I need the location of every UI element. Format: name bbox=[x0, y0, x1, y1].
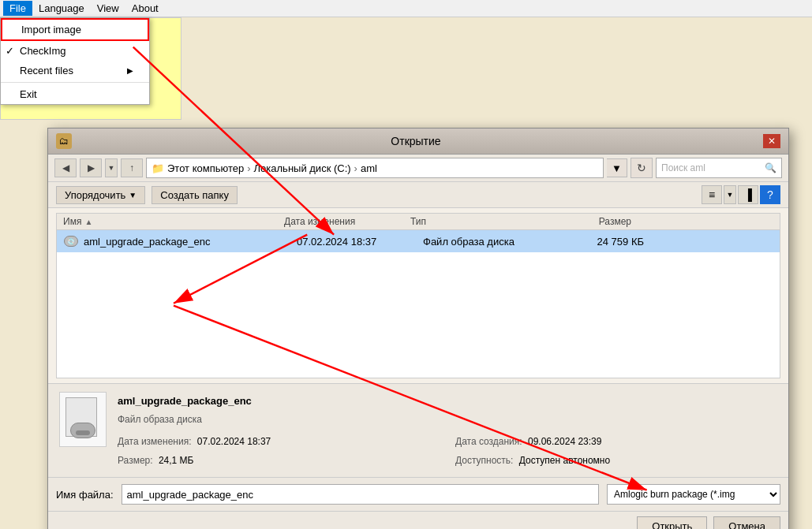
file-row[interactable]: 💿 aml_upgrade_package_enc 07.02.2024 18:… bbox=[57, 230, 780, 252]
menu-file[interactable]: File bbox=[3, 1, 32, 16]
disk-icon: 💿 bbox=[64, 236, 78, 247]
dialog-action-buttons: Открыть Отмена bbox=[48, 511, 788, 529]
file-type-icon: 💿 bbox=[63, 233, 79, 249]
dialog-bottom-bar: Имя файла: Amlogic burn package (*.img bbox=[48, 477, 788, 511]
menu-separator bbox=[1, 82, 149, 83]
path-dropdown-button[interactable]: ▼ bbox=[607, 158, 627, 177]
file-type-cell: Файл образа диска bbox=[423, 236, 549, 248]
path-sep-2: › bbox=[354, 162, 357, 174]
search-placeholder: Поиск aml bbox=[661, 162, 705, 173]
file-preview-area: aml_upgrade_package_enc Файл образа диск… bbox=[48, 383, 788, 477]
open-button[interactable]: Открыть bbox=[637, 516, 707, 529]
view-panel-button[interactable]: ▐ bbox=[738, 185, 758, 204]
menu-recent-files[interactable]: Recent files ▶ bbox=[1, 61, 149, 80]
filename-input[interactable] bbox=[122, 484, 599, 505]
size-label-cell: Размер: 24,1 МБ bbox=[118, 453, 440, 470]
path-part-2[interactable]: Локальный диск (C:) bbox=[254, 162, 351, 174]
menu-about[interactable]: About bbox=[125, 1, 165, 16]
file-list: Имя ▲ Дата изменения Тип Размер 💿 aml_up… bbox=[56, 213, 780, 378]
cancel-button[interactable]: Отмена bbox=[713, 516, 780, 529]
dialog-titlebar: 🗂 Открытие ✕ bbox=[48, 129, 788, 155]
menu-view[interactable]: View bbox=[91, 1, 125, 16]
open-file-dialog: 🗂 Открытие ✕ ◀ ▶ ▼ ↑ 📁 Этот компьютер › … bbox=[47, 128, 789, 529]
refresh-button[interactable]: ↻ bbox=[631, 158, 653, 178]
file-dropdown-menu: Import image CheckImg Recent files ▶ Exi… bbox=[0, 17, 150, 105]
filetype-select[interactable]: Amlogic burn package (*.img bbox=[607, 484, 780, 505]
search-icon: 🔍 bbox=[765, 162, 776, 173]
organize-arrow: ▼ bbox=[129, 191, 137, 199]
search-box[interactable]: Поиск aml 🔍 bbox=[656, 158, 782, 178]
menu-import-image[interactable]: Import image bbox=[1, 18, 149, 41]
path-folder-icon: 📁 bbox=[152, 162, 164, 174]
dialog-title: Открытие bbox=[72, 135, 760, 147]
path-sep-1: › bbox=[247, 162, 250, 174]
nav-dropdown-button[interactable]: ▼ bbox=[105, 158, 118, 177]
menu-language[interactable]: Language bbox=[32, 1, 91, 16]
dialog-close-button[interactable]: ✕ bbox=[763, 134, 780, 148]
modified-label-cell: Дата изменения: 07.02.2024 18:37 bbox=[118, 434, 440, 451]
file-list-header: Имя ▲ Дата изменения Тип Размер bbox=[57, 214, 780, 230]
preview-file-icon bbox=[59, 392, 107, 447]
filename-label: Имя файла: bbox=[56, 489, 114, 501]
view-help-button[interactable]: ? bbox=[760, 185, 780, 204]
sort-arrow: ▲ bbox=[84, 218, 92, 226]
col-size-header[interactable]: Размер bbox=[537, 216, 631, 227]
submenu-arrow: ▶ bbox=[127, 66, 133, 75]
dialog-actions-bar: Упорядочить ▼ Создать папку ≡ ▼ ▐ ? bbox=[48, 182, 788, 208]
view-list-button[interactable]: ≡ bbox=[702, 185, 722, 204]
preview-info-grid: Дата изменения: 07.02.2024 18:37 Дата со… bbox=[118, 434, 777, 469]
path-bar: 📁 Этот компьютер › Локальный диск (C:) ›… bbox=[146, 158, 604, 178]
dialog-nav-toolbar: ◀ ▶ ▼ ↑ 📁 Этот компьютер › Локальный дис… bbox=[48, 155, 788, 182]
created-label-cell: Дата создания: 09.06.2024 23:39 bbox=[455, 434, 777, 451]
file-name-cell: aml_upgrade_package_enc bbox=[84, 236, 297, 248]
new-folder-button[interactable]: Создать папку bbox=[152, 186, 238, 204]
dialog-icon: 🗂 bbox=[56, 133, 72, 149]
view-buttons: ≡ ▼ ▐ ? bbox=[702, 185, 780, 204]
preview-filename: aml_upgrade_package_enc bbox=[118, 392, 777, 410]
col-date-header[interactable]: Дата изменения bbox=[284, 216, 410, 227]
path-part-1[interactable]: Этот компьютер bbox=[167, 162, 244, 174]
menu-bar: File Language View About bbox=[0, 0, 812, 17]
file-size-cell: 24 759 КБ bbox=[549, 236, 644, 248]
nav-forward-button[interactable]: ▶ bbox=[80, 158, 102, 177]
menu-exit[interactable]: Exit bbox=[1, 84, 149, 104]
preview-filetype: Файл образа диска bbox=[118, 412, 777, 429]
file-date-cell: 07.02.2024 18:37 bbox=[297, 236, 423, 248]
path-part-3[interactable]: aml bbox=[361, 162, 377, 174]
organize-button[interactable]: Упорядочить ▼ bbox=[56, 186, 145, 204]
preview-file-info: aml_upgrade_package_enc Файл образа диск… bbox=[118, 392, 777, 469]
access-label-cell: Доступность: Доступен автономно bbox=[455, 453, 777, 470]
nav-back-button[interactable]: ◀ bbox=[54, 158, 77, 177]
col-type-header[interactable]: Тип bbox=[410, 216, 537, 227]
nav-up-button[interactable]: ↑ bbox=[121, 158, 143, 177]
menu-checkimg[interactable]: CheckImg bbox=[1, 41, 149, 61]
col-name-header[interactable]: Имя ▲ bbox=[63, 216, 284, 227]
view-dropdown-button[interactable]: ▼ bbox=[724, 185, 736, 204]
